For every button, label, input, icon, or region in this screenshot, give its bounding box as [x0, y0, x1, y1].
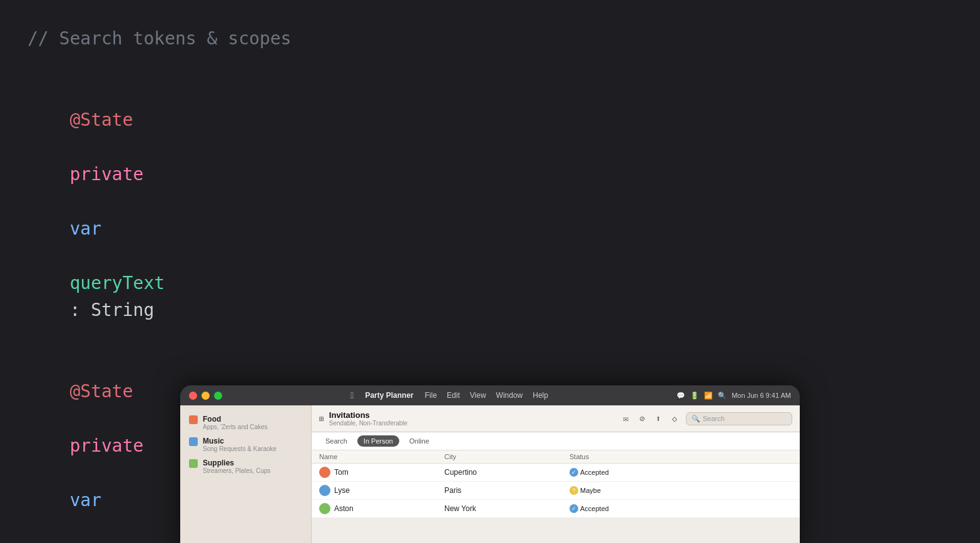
name-lyse: Lyse	[334, 486, 350, 495]
status-lyse: ? Maybe	[569, 486, 792, 495]
tag-icon[interactable]: ◇	[670, 414, 680, 424]
status-lyse-label: Maybe	[580, 487, 601, 494]
app-name: Party Planner	[365, 391, 413, 400]
status-tom-label: Accepted	[580, 469, 609, 476]
mac-status-items: 💬 🔋 📶 🔍 Mon Jun 6 9:41 AM	[676, 392, 791, 400]
search-glass-icon: 🔍	[692, 415, 700, 423]
mac-window:  Party Planner File Edit View Window He…	[180, 385, 800, 543]
avatar-lyse	[319, 485, 330, 496]
scope-bar: Search In Person Online	[312, 432, 800, 450]
search-icon[interactable]: 🔍	[718, 392, 727, 400]
search-placeholder: Search	[703, 415, 725, 422]
datetime: Mon Jun 6 9:41 AM	[732, 392, 791, 399]
toolbar-title: Invitations Sendable, Non-Transferable	[329, 410, 407, 427]
name-aston: Aston	[334, 504, 354, 513]
keyword-private: private	[69, 164, 143, 185]
table-row[interactable]: Aston New York ✓ Accepted	[312, 500, 800, 518]
supplies-name: Supplies	[203, 459, 270, 467]
avatar-tom	[319, 467, 330, 478]
mac-content: Food Apps, 'Zerts and Cakes Music Song R…	[180, 405, 800, 543]
col-status: Status	[569, 453, 792, 460]
comment-line: // Search tokens & scopes	[28, 25, 952, 52]
supplies-sub: Streamers, Plates, Cups	[203, 467, 270, 474]
close-button[interactable]	[189, 392, 197, 400]
share-icon[interactable]: ⬆	[653, 414, 663, 424]
col-name: Name	[319, 453, 444, 460]
search-box[interactable]: 🔍 Search	[686, 412, 792, 425]
row-name-tom: Tom	[319, 467, 444, 478]
table-row[interactable]: Tom Cupertino ✓ Accepted	[312, 464, 800, 482]
sidebar-item-supplies[interactable]: Supplies Streamers, Plates, Cups	[180, 455, 311, 477]
mac-main: ⊞ Invitations Sendable, Non-Transferable…	[312, 405, 800, 543]
menu-edit[interactable]: Edit	[447, 391, 460, 400]
status-aston: ✓ Accepted	[569, 504, 792, 513]
name-tom: Tom	[334, 468, 349, 477]
menu-help[interactable]: Help	[533, 391, 548, 400]
col-city: City	[444, 453, 569, 460]
menu-window[interactable]: Window	[496, 391, 523, 400]
scope-search[interactable]: Search	[319, 435, 354, 447]
invitations-subtitle: Sendable, Non-Transferable	[329, 420, 407, 427]
sidebar-item-food[interactable]: Food Apps, 'Zerts and Cakes	[180, 412, 311, 434]
supplies-item-text: Supplies Streamers, Plates, Cups	[203, 459, 270, 474]
apple-icon: 	[350, 390, 354, 400]
toolbar-icons: ✉ ⊘ ⬆ ◇ 🔍 Search	[621, 412, 792, 425]
mac-menu-items: File Edit View Window Help	[425, 391, 548, 400]
mac-controls	[189, 392, 222, 400]
music-name: Music	[203, 437, 277, 445]
status-aston-label: Accepted	[580, 505, 609, 512]
block-icon[interactable]: ⊘	[637, 414, 647, 424]
accepted-icon-2: ✓	[569, 504, 578, 513]
battery-icon: 🔋	[690, 392, 699, 400]
scope-online[interactable]: Online	[403, 435, 436, 447]
wifi-icon: 📶	[704, 392, 713, 400]
mac-toolbar: ⊞ Invitations Sendable, Non-Transferable…	[312, 405, 800, 432]
mail-icon[interactable]: ✉	[621, 414, 631, 424]
row-name-aston: Aston	[319, 503, 444, 514]
maximize-button[interactable]	[214, 392, 222, 400]
food-name: Food	[203, 415, 268, 424]
invitations-title: Invitations	[329, 410, 407, 420]
keyword-var: var	[69, 218, 101, 239]
toolbar-left: ⊞ Invitations Sendable, Non-Transferable	[319, 410, 407, 427]
food-sub: Apps, 'Zerts and Cakes	[203, 424, 268, 430]
music-item-text: Music Song Requests & Karaoke	[203, 437, 277, 452]
code-line-1: @State private var queryText : String	[28, 79, 952, 351]
status-tom: ✓ Accepted	[569, 468, 792, 477]
music-sub: Song Requests & Karaoke	[203, 445, 277, 452]
music-icon	[189, 437, 198, 446]
keyword-state: @State	[69, 109, 133, 130]
avatar-aston	[319, 503, 330, 514]
table-row[interactable]: Lyse Paris ? Maybe	[312, 482, 800, 500]
city-lyse: Paris	[444, 486, 569, 495]
food-icon	[189, 415, 198, 424]
row-name-lyse: Lyse	[319, 485, 444, 496]
accepted-icon: ✓	[569, 468, 578, 477]
message-icon: 💬	[676, 392, 685, 400]
menu-file[interactable]: File	[425, 391, 437, 400]
minimize-button[interactable]	[202, 392, 210, 400]
scope-in-person[interactable]: In Person	[357, 435, 399, 447]
sidebar-item-music[interactable]: Music Song Requests & Karaoke	[180, 434, 311, 455]
mac-titlebar:  Party Planner File Edit View Window He…	[180, 385, 800, 405]
mac-table-header: Name City Status	[312, 450, 800, 464]
city-tom: Cupertino	[444, 468, 569, 477]
food-item-text: Food Apps, 'Zerts and Cakes	[203, 415, 268, 430]
mac-menu:  Party Planner File Edit View Window He…	[350, 390, 548, 400]
empty-line	[28, 52, 952, 79]
menu-view[interactable]: View	[470, 391, 486, 400]
sidebar-toggle-icon[interactable]: ⊞	[319, 414, 324, 424]
maybe-icon: ?	[569, 486, 578, 495]
mac-sidebar: Food Apps, 'Zerts and Cakes Music Song R…	[180, 405, 312, 543]
identifier-querytext: queryText	[69, 273, 165, 293]
city-aston: New York	[444, 504, 569, 513]
supplies-icon	[189, 459, 198, 468]
